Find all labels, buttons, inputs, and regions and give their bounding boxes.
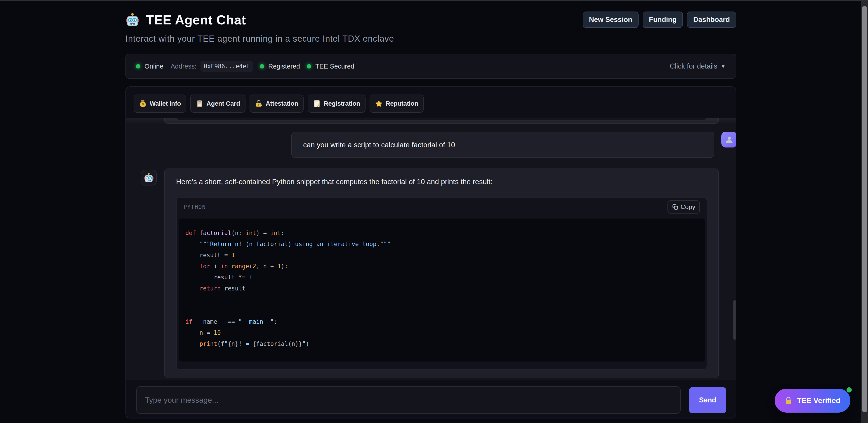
message-input[interactable] [136, 386, 681, 414]
window-top-line [0, 0, 868, 1]
tee-secured-status-item: TEE Secured [307, 63, 354, 70]
code-line: if __name__ == "__main__": [185, 316, 699, 327]
code-language-label: PYTHON [184, 204, 206, 210]
code-line: print(f"{n}! = {factorial(n)}") [185, 338, 699, 349]
dashboard-button[interactable]: Dashboard [687, 11, 736, 28]
previous-message-bubble [164, 118, 719, 124]
previous-code-block [176, 118, 707, 120]
tab-label: Agent Card [206, 100, 240, 107]
tab-reputation[interactable]: Reputation [370, 94, 424, 113]
registered-label: Registered [268, 63, 300, 70]
code-line: result = 1 [185, 250, 699, 261]
tabs: $Wallet InfoAgent CardAttestationRegistr… [133, 94, 424, 113]
clipboard-icon [196, 100, 204, 108]
code-line: for i in range(2, n + 1): [185, 261, 699, 272]
header-buttons: New Session Funding Dashboard [583, 11, 736, 28]
chat-panel: $Wallet InfoAgent CardAttestationRegistr… [125, 86, 736, 419]
tab-attestation[interactable]: Attestation [250, 94, 304, 113]
agent-avatar [141, 170, 157, 186]
code-line: return result [185, 283, 699, 294]
code-line [185, 294, 699, 305]
tab-label: Registration [324, 100, 360, 107]
tee-secured-status-dot [307, 64, 311, 68]
tab-registration[interactable]: Registration [308, 94, 366, 113]
address-label: Address: [170, 63, 196, 70]
messages-scrollbar-thumb[interactable] [733, 300, 736, 340]
robot-icon [125, 13, 140, 27]
click-for-details[interactable]: Click for details ▼ [670, 62, 726, 70]
code-block-header: PYTHON Copy [177, 198, 707, 216]
registered-status-item: Registered [260, 63, 300, 70]
code-line: result *= i [185, 272, 699, 283]
memo-icon [313, 100, 321, 108]
registered-status-dot [260, 64, 264, 68]
code-body: def factorial(n: int) → int: """Return n… [179, 219, 705, 362]
status-left: Online Address: 0xF986...e4ef Registered… [136, 61, 354, 72]
user-avatar [721, 132, 736, 147]
tab-label: Reputation [385, 100, 418, 107]
details-label: Click for details [670, 62, 717, 70]
page-title: TEE Agent Chat [146, 12, 246, 27]
code-line: n = 10 [185, 327, 699, 338]
online-status-dot [136, 64, 141, 68]
online-label: Online [145, 63, 163, 70]
header: TEE Agent Chat New Session Funding Dashb… [125, 11, 736, 28]
robot-icon [144, 173, 154, 182]
user-message-text: can you write a script to calculate fact… [303, 141, 455, 149]
address-value: 0xF986...e4ef [200, 61, 253, 72]
lock-key-icon [255, 100, 263, 108]
page-scrollbar-thumb[interactable] [862, 6, 867, 412]
person-icon [724, 135, 734, 144]
code-line [185, 305, 699, 316]
tab-wallet-info[interactable]: $Wallet Info [133, 94, 186, 113]
new-session-button[interactable]: New Session [583, 11, 639, 28]
copy-button[interactable]: Copy [668, 200, 700, 214]
page-scrollbar[interactable] [861, 1, 868, 423]
copy-button-label: Copy [681, 203, 695, 210]
copy-icon [672, 204, 678, 210]
composer: Send [126, 386, 737, 414]
agent-message-text: Here’s a short, self-contained Python sn… [176, 176, 707, 187]
page-subtitle: Interact with your TEE agent running in … [125, 34, 394, 44]
code-line: """Return n! (n factorial) using an iter… [185, 238, 699, 250]
send-button[interactable]: Send [689, 387, 726, 413]
money-bag-icon: $ [139, 100, 147, 108]
star-icon [375, 100, 383, 108]
code-lines: def factorial(n: int) → int: """Return n… [185, 228, 699, 349]
tab-label: Wallet Info [150, 100, 181, 107]
code-line: def factorial(n: int) → int: [185, 228, 699, 238]
tab-label: Attestation [266, 100, 298, 107]
messages-viewport[interactable]: can you write a script to calculate fact… [126, 118, 736, 380]
tab-agent-card[interactable]: Agent Card [190, 94, 246, 113]
svg-text:$: $ [142, 103, 144, 106]
chevron-down-icon: ▼ [720, 63, 726, 69]
tee-secured-label: TEE Secured [315, 63, 354, 70]
agent-message-bubble: Here’s a short, self-contained Python sn… [164, 169, 719, 378]
code-block: PYTHON Copy def factorial(n: int) → int:… [176, 197, 707, 370]
status-bar[interactable]: Online Address: 0xF986...e4ef Registered… [125, 54, 736, 79]
lock-icon [784, 396, 792, 405]
tee-verified-badge[interactable]: TEE Verified [775, 389, 850, 413]
tee-verified-label: TEE Verified [797, 396, 840, 405]
tee-online-dot [846, 387, 852, 392]
funding-button[interactable]: Funding [643, 11, 683, 28]
user-message-bubble: can you write a script to calculate fact… [291, 132, 714, 158]
